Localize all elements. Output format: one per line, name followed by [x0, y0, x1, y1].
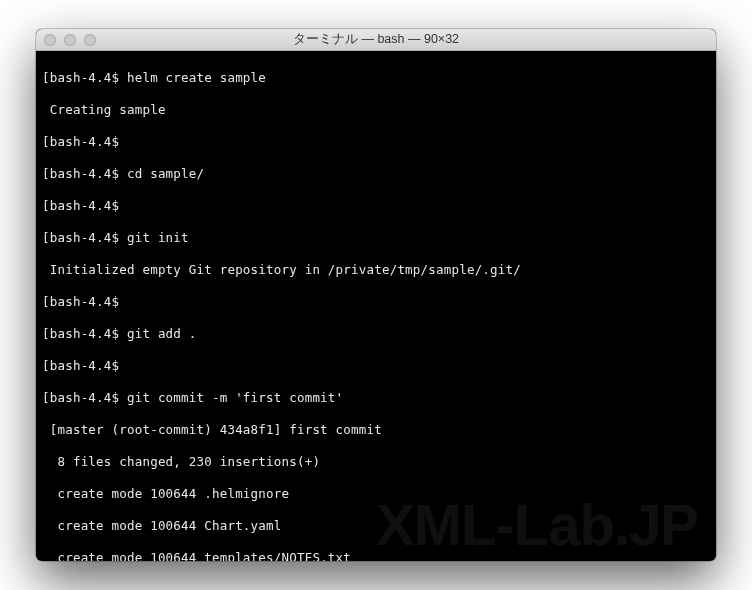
terminal-line: 8 files changed, 230 insertions(+): [42, 454, 710, 470]
zoom-icon[interactable]: [84, 34, 96, 46]
terminal-window: ターミナル — bash — 90×32 [bash-4.4$ helm cre…: [36, 29, 716, 561]
terminal-line: create mode 100644 .helmignore: [42, 486, 710, 502]
window-title: ターミナル — bash — 90×32: [36, 31, 716, 48]
terminal-body[interactable]: [bash-4.4$ helm create sample ] Creating…: [36, 51, 716, 561]
terminal-line: Creating sample: [42, 102, 710, 118]
terminal-line: [bash-4.4$ ]: [42, 134, 710, 150]
terminal-line: [bash-4.4$ git init ]: [42, 230, 710, 246]
terminal-line: [bash-4.4$ ]: [42, 294, 710, 310]
terminal-line: [bash-4.4$ helm create sample ]: [42, 70, 710, 86]
terminal-line: [bash-4.4$ git commit -m 'first commit' …: [42, 390, 710, 406]
terminal-line: [bash-4.4$ ]: [42, 198, 710, 214]
terminal-line: [master (root-commit) 434a8f1] first com…: [42, 422, 710, 438]
minimize-icon[interactable]: [64, 34, 76, 46]
traffic-lights: [36, 34, 96, 46]
terminal-line: create mode 100644 Chart.yaml: [42, 518, 710, 534]
terminal-line: [bash-4.4$ git add . ]: [42, 326, 710, 342]
titlebar: ターミナル — bash — 90×32: [36, 29, 716, 51]
terminal-line: [bash-4.4$ ]: [42, 358, 710, 374]
terminal-line: create mode 100644 templates/NOTES.txt: [42, 550, 710, 561]
close-icon[interactable]: [44, 34, 56, 46]
terminal-line: [bash-4.4$ cd sample/ ]: [42, 166, 710, 182]
terminal-line: Initialized empty Git repository in /pri…: [42, 262, 710, 278]
